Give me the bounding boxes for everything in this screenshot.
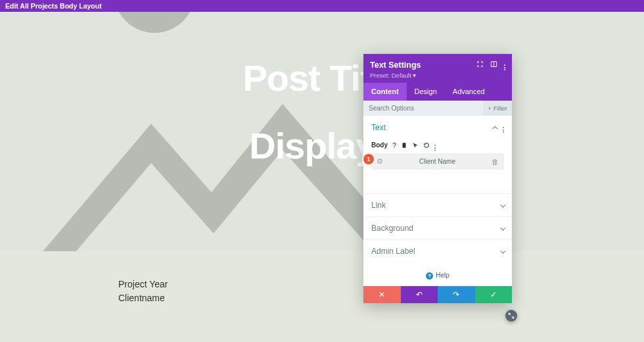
expand-icon[interactable]	[476, 61, 484, 69]
section-text-header[interactable]: Text	[363, 116, 512, 139]
reset-icon[interactable]	[423, 142, 430, 149]
columns-icon[interactable]	[490, 61, 497, 69]
hover-icon[interactable]	[412, 142, 419, 149]
undo-button[interactable]: ↶	[401, 286, 438, 303]
help-badge-icon: ?	[426, 272, 433, 280]
preset-label[interactable]: Preset: Default ▾	[370, 72, 505, 79]
help-text: Help	[436, 272, 449, 279]
body-field-toolbar: Body ?	[371, 139, 504, 151]
filter-button[interactable]: + Filter	[483, 101, 512, 116]
body-more-icon[interactable]	[434, 139, 436, 151]
section-link-title: Link	[371, 201, 386, 210]
hero-text: Post Title Display I	[0, 57, 644, 167]
section-link-header[interactable]: Link	[363, 193, 512, 216]
section-text-title: Text	[371, 123, 386, 132]
redo-button[interactable]: ↷	[438, 286, 475, 303]
hero-area: Post Title Display I	[0, 12, 644, 251]
section-admin-title: Admin Label	[371, 247, 415, 256]
help-link[interactable]: ?Help	[363, 262, 512, 286]
body-section: Project Year Clientname	[0, 251, 644, 342]
body-field-value: Client Name	[383, 158, 492, 165]
chevron-down-icon	[500, 248, 504, 255]
panel-footer: ✕ ↶ ↷ ✓	[363, 286, 512, 303]
filter-label: Filter	[494, 105, 507, 112]
body-field[interactable]: 1 ⚙ Client Name 🗑	[371, 153, 504, 170]
hero-title-line1: Post Title	[0, 57, 644, 99]
annotation-marker-1: 1	[363, 154, 374, 164]
panel-title: Text Settings	[370, 61, 421, 70]
hero-title-line2: Display I	[0, 124, 644, 167]
chevron-down-icon	[500, 225, 504, 232]
tablet-icon[interactable]	[401, 142, 407, 149]
search-row: + Filter	[363, 101, 512, 116]
tabs: Content Design Advanced	[363, 83, 512, 101]
tab-design[interactable]: Design	[407, 83, 445, 101]
tab-content[interactable]: Content	[363, 83, 407, 101]
plus-icon: +	[488, 105, 492, 112]
top-bar-title: Edit All Projects Body Layout	[5, 2, 102, 10]
search-input[interactable]	[363, 101, 483, 116]
panel-header[interactable]: Text Settings Preset: Default ▾	[363, 54, 512, 83]
section-background-header[interactable]: Background	[363, 216, 512, 239]
section-more-icon[interactable]	[503, 122, 504, 133]
gear-icon[interactable]: ⚙	[377, 157, 383, 166]
svg-rect-4	[403, 143, 406, 148]
body-label: Body	[371, 141, 388, 149]
settings-panel: Text Settings Preset: Default ▾ Content …	[363, 54, 512, 303]
top-bar: Edit All Projects Body Layout	[0, 0, 644, 12]
trash-icon[interactable]: 🗑	[492, 158, 499, 166]
save-button[interactable]: ✓	[475, 286, 513, 303]
expand-fab[interactable]	[505, 310, 517, 322]
chevron-up-icon	[494, 124, 497, 132]
section-admin-label-header[interactable]: Admin Label	[363, 239, 512, 262]
chevron-down-icon	[500, 202, 504, 209]
cancel-button[interactable]: ✕	[363, 286, 401, 303]
section-background-title: Background	[371, 224, 413, 233]
more-icon[interactable]	[504, 59, 505, 70]
tab-advanced[interactable]: Advanced	[445, 83, 493, 101]
help-icon[interactable]: ?	[392, 141, 396, 149]
